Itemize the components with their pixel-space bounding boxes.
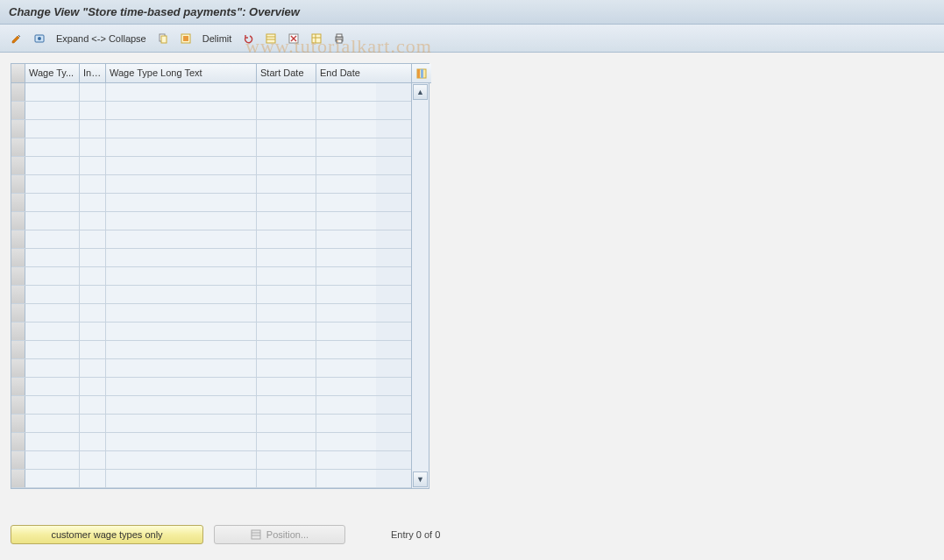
cell-long-text[interactable] (106, 230, 257, 248)
cell-start-date[interactable] (257, 230, 316, 248)
row-selector[interactable] (11, 286, 25, 303)
cell-end-date[interactable] (316, 359, 376, 377)
row-selector[interactable] (11, 341, 25, 358)
cell-end-date[interactable] (316, 378, 376, 395)
other-view-icon[interactable] (30, 30, 49, 47)
undo-icon[interactable] (238, 30, 258, 47)
cell-long-text[interactable] (106, 83, 257, 101)
table-row[interactable] (11, 378, 411, 396)
cell-wage-type[interactable] (25, 83, 80, 101)
table-settings-icon[interactable] (307, 30, 326, 47)
cell-wage-type[interactable] (25, 230, 80, 248)
cell-end-date[interactable] (316, 175, 376, 193)
deselect-all-icon[interactable] (284, 30, 303, 47)
cell-infotype[interactable] (80, 157, 106, 174)
row-selector[interactable] (11, 230, 25, 248)
cell-end-date[interactable] (316, 323, 376, 340)
cell-start-date[interactable] (257, 470, 316, 487)
row-selector[interactable] (11, 138, 25, 156)
cell-start-date[interactable] (257, 323, 316, 340)
cell-start-date[interactable] (257, 138, 316, 156)
cell-start-date[interactable] (257, 120, 316, 138)
row-selector[interactable] (11, 415, 25, 432)
scroll-track[interactable] (412, 101, 429, 471)
cell-long-text[interactable] (106, 249, 257, 266)
row-selector[interactable] (11, 451, 25, 469)
cell-start-date[interactable] (257, 359, 316, 377)
cell-start-date[interactable] (257, 102, 316, 119)
cell-long-text[interactable] (106, 304, 257, 322)
cell-end-date[interactable] (316, 415, 376, 432)
cell-long-text[interactable] (106, 378, 257, 395)
row-selector[interactable] (11, 396, 25, 414)
cell-infotype[interactable] (80, 120, 106, 138)
select-all-icon[interactable] (176, 30, 195, 47)
cell-start-date[interactable] (257, 433, 316, 450)
select-block-icon[interactable] (261, 30, 280, 47)
table-row[interactable] (11, 102, 411, 120)
cell-wage-type[interactable] (25, 286, 80, 303)
cell-wage-type[interactable] (25, 120, 80, 138)
cell-end-date[interactable] (316, 470, 376, 487)
cell-infotype[interactable] (80, 433, 106, 450)
cell-wage-type[interactable] (25, 451, 80, 469)
cell-long-text[interactable] (106, 194, 257, 211)
cell-long-text[interactable] (106, 138, 257, 156)
cell-end-date[interactable] (316, 102, 376, 119)
table-row[interactable] (11, 304, 411, 323)
table-row[interactable] (11, 249, 411, 267)
cell-infotype[interactable] (80, 83, 106, 101)
cell-infotype[interactable] (80, 304, 106, 322)
scroll-up-button[interactable]: ▲ (413, 84, 428, 100)
cell-wage-type[interactable] (25, 323, 80, 340)
row-selector[interactable] (11, 470, 25, 487)
cell-long-text[interactable] (106, 341, 257, 358)
cell-infotype[interactable] (80, 212, 106, 230)
cell-end-date[interactable] (316, 157, 376, 174)
cell-wage-type[interactable] (25, 304, 80, 322)
cell-long-text[interactable] (106, 396, 257, 414)
cell-end-date[interactable] (316, 267, 376, 285)
cell-infotype[interactable] (80, 451, 106, 469)
copy-icon[interactable] (153, 30, 173, 47)
cell-wage-type[interactable] (25, 415, 80, 432)
cell-infotype[interactable] (80, 396, 106, 414)
cell-infotype[interactable] (80, 138, 106, 156)
cell-long-text[interactable] (106, 120, 257, 138)
cell-long-text[interactable] (106, 323, 257, 340)
vertical-scrollbar[interactable]: ▲ ▼ (411, 64, 429, 488)
cell-wage-type[interactable] (25, 470, 80, 487)
table-row[interactable] (11, 323, 411, 341)
row-selector[interactable] (11, 175, 25, 193)
toggle-display-change-icon[interactable] (7, 30, 26, 47)
cell-wage-type[interactable] (25, 433, 80, 450)
cell-long-text[interactable] (106, 267, 257, 285)
cell-end-date[interactable] (316, 120, 376, 138)
cell-infotype[interactable] (80, 341, 106, 358)
row-selector[interactable] (11, 323, 25, 340)
cell-wage-type[interactable] (25, 341, 80, 358)
cell-infotype[interactable] (80, 323, 106, 340)
cell-wage-type[interactable] (25, 267, 80, 285)
cell-infotype[interactable] (80, 249, 106, 266)
cell-start-date[interactable] (257, 396, 316, 414)
cell-long-text[interactable] (106, 212, 257, 230)
cell-wage-type[interactable] (25, 249, 80, 266)
cell-long-text[interactable] (106, 415, 257, 432)
row-selector[interactable] (11, 267, 25, 285)
expand-collapse-button[interactable]: Expand <-> Collapse (53, 33, 150, 44)
customer-wage-types-button[interactable]: customer wage types only (11, 525, 203, 544)
row-selector[interactable] (11, 120, 25, 138)
cell-start-date[interactable] (257, 378, 316, 395)
row-selector[interactable] (11, 83, 25, 101)
column-header-end-date[interactable]: End Date (316, 64, 376, 82)
table-row[interactable] (11, 138, 411, 157)
row-selector[interactable] (11, 102, 25, 119)
cell-start-date[interactable] (257, 83, 316, 101)
row-selector[interactable] (11, 157, 25, 174)
cell-wage-type[interactable] (25, 396, 80, 414)
cell-end-date[interactable] (316, 249, 376, 266)
cell-start-date[interactable] (257, 194, 316, 211)
scroll-down-button[interactable]: ▼ (413, 471, 428, 487)
cell-long-text[interactable] (106, 157, 257, 174)
